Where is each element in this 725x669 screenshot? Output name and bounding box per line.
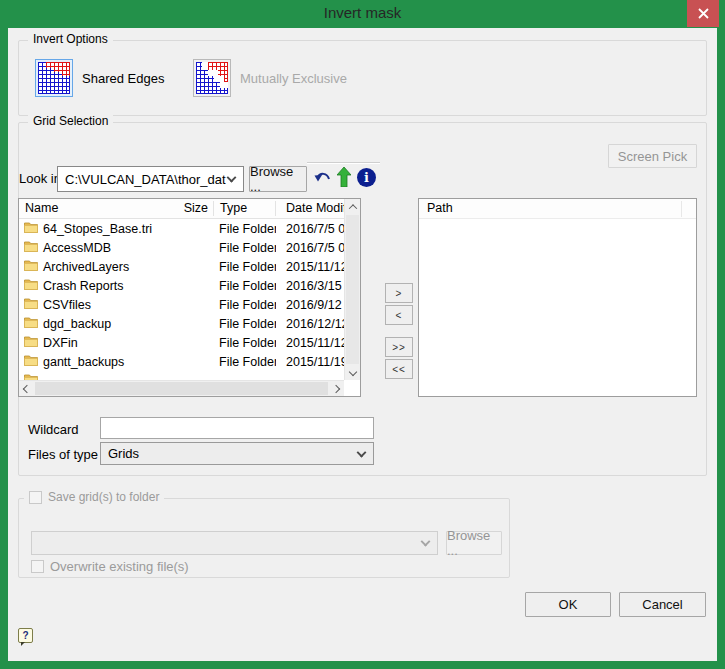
window-title: Invert mask [0,4,725,21]
save-grids-checkbox[interactable] [29,491,42,504]
save-grids-legend: Save grid(s) to folder [24,490,164,504]
save-browse-label: Browse ... [447,528,501,558]
folder-icon-wrap [24,259,38,274]
column-header-type[interactable]: Type [214,199,276,218]
file-modified: 2015/11/19 01: [276,355,344,369]
screen-pick-label: Screen Pick [618,149,687,164]
invert-mask-dialog: Invert mask Invert Options [0,0,725,669]
file-list[interactable]: Name Size Type Date Modified 64_Stopes_B… [18,198,361,397]
up-arrow-icon [337,167,351,187]
screen-pick-button[interactable]: Screen Pick [608,144,697,168]
titlebar[interactable]: Invert mask [0,0,725,28]
file-modified: 2016/9/12 09:2 [276,298,344,312]
folder-icon-wrap [24,373,38,380]
folder-icon [24,373,38,380]
scroll-right-icon[interactable] [328,381,344,397]
cancel-button[interactable]: Cancel [619,592,706,617]
close-button[interactable] [687,0,719,27]
horizontal-scroll-thumb[interactable] [35,382,328,395]
help-button[interactable]: ? [18,628,33,643]
undo-icon [313,170,333,188]
file-modified: 2016/3/15 01:5 [276,279,344,293]
file-list-horizontal-scrollbar[interactable] [19,380,344,396]
file-row[interactable]: CSVfilesFile Folder2016/9/12 09:2 [19,295,344,314]
file-row[interactable] [19,371,344,380]
folder-icon [24,335,38,347]
file-type: File Folder [214,298,276,312]
files-of-type-value: Grids [108,446,139,461]
folder-icon [24,221,38,233]
undo-button[interactable] [313,170,333,188]
option-mutually-exclusive: Mutually Exclusive [193,59,347,97]
folder-icon [24,354,38,366]
files-of-type-label: Files of type [28,447,98,462]
file-row[interactable]: AccessMDBFile Folder2016/7/5 07:39 [19,238,344,257]
info-icon: i [364,171,369,184]
vertical-scroll-thumb[interactable] [346,215,359,364]
scroll-left-icon[interactable] [19,381,35,397]
folder-icon [24,297,38,309]
file-name: dgd_backup [43,317,111,331]
shared-edges-grid-icon [38,62,70,94]
file-type: File Folder [214,279,276,293]
file-name: gantt_backups [43,355,124,369]
overwrite-checkbox[interactable] [31,560,44,573]
chevron-down-icon [227,173,237,183]
overwrite-label: Overwrite existing file(s) [50,559,189,574]
file-modified: 2016/7/5 07:39 [276,241,344,255]
path-list[interactable]: Path [418,198,697,397]
wildcard-input[interactable] [100,417,374,439]
file-modified: 2016/12/12 12: [276,317,344,331]
folder-icon-wrap [24,278,38,293]
overwrite-row: Overwrite existing file(s) [31,559,189,574]
file-row[interactable]: Crash ReportsFile Folder2016/3/15 01:5 [19,276,344,295]
mutually-exclusive-grid-icon [196,62,228,94]
grid-selection-group-label: Grid Selection [28,114,113,128]
column-header-size[interactable]: Size [169,199,214,218]
scroll-down-icon[interactable] [345,364,361,380]
look-in-combobox[interactable]: C:\VULCAN_DATA\thor_dat [57,166,244,192]
file-row[interactable]: 64_Stopes_Base.triFile Folder2016/7/5 01… [19,219,344,238]
browse-button[interactable]: Browse ... [249,166,307,192]
file-list-vertical-scrollbar[interactable] [344,199,360,380]
dialog-content: Invert Options [8,28,717,661]
up-folder-button[interactable] [337,167,353,187]
wildcard-label: Wildcard [28,422,79,437]
file-type: File Folder [214,260,276,274]
path-column-header[interactable]: Path [419,199,696,219]
mutually-exclusive-iconbox [193,59,231,97]
file-type: File Folder [214,241,276,255]
column-header-modified[interactable]: Date Modified [276,199,344,218]
move-left-button[interactable]: < [385,305,413,325]
file-row[interactable]: gantt_backupsFile Folder2015/11/19 01: [19,352,344,371]
file-row[interactable]: dgd_backupFile Folder2016/12/12 12: [19,314,344,333]
scroll-up-icon[interactable] [345,199,361,215]
folder-icon-wrap [24,335,38,350]
mutually-exclusive-label: Mutually Exclusive [240,71,347,86]
save-grids-label: Save grid(s) to folder [48,490,159,504]
file-type: File Folder [214,317,276,331]
files-of-type-combobox[interactable]: Grids [100,442,374,465]
shared-edges-iconbox[interactable] [35,59,73,97]
file-name: ArchivedLayers [43,260,129,274]
file-rows: 64_Stopes_Base.triFile Folder2016/7/5 01… [19,219,344,380]
move-right-button[interactable]: > [385,283,413,303]
option-shared-edges[interactable]: Shared Edges [35,59,164,97]
file-list-header[interactable]: Name Size Type Date Modified [19,199,344,219]
chevron-down-icon [421,537,431,547]
file-row[interactable]: ArchivedLayersFile Folder2015/11/12 08: [19,257,344,276]
file-type: File Folder [214,355,276,369]
column-header-name[interactable]: Name [19,199,169,218]
folder-icon [24,240,38,252]
ok-button[interactable]: OK [525,592,611,617]
folder-icon-wrap [24,240,38,255]
file-type: File Folder [214,336,276,350]
move-all-left-button[interactable]: << [385,359,413,379]
folder-icon-wrap [24,297,38,312]
move-all-right-button[interactable]: >> [385,337,413,357]
info-button[interactable]: i [357,168,376,187]
file-name: 64_Stopes_Base.tri [43,222,152,236]
look-in-value: C:\VULCAN_DATA\thor_dat [65,172,226,187]
folder-icon-wrap [24,221,38,236]
file-row[interactable]: DXFinFile Folder2015/11/12 08: [19,333,344,352]
